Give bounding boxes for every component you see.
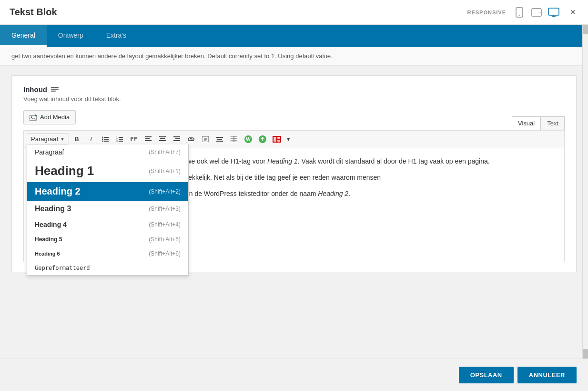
cancel-button[interactable]: ANNULEER	[517, 367, 577, 383]
content-text-1b: . Vaak wordt dit standaard al door de H1…	[298, 157, 490, 165]
dropdown-label-h3: Heading 3	[35, 205, 71, 213]
svg-rect-37	[216, 141, 223, 142]
align-right-button[interactable]	[170, 133, 183, 146]
more-options-button[interactable]	[213, 133, 226, 146]
content-text-3b: .	[348, 190, 350, 197]
svg-rect-5	[51, 87, 59, 88]
table-button[interactable]	[227, 133, 241, 146]
dropdown-label-h4: Heading 4	[35, 221, 67, 228]
dropdown-label-h5: Heading 5	[35, 236, 62, 243]
save-button[interactable]: OPSLAAN	[459, 367, 514, 383]
scrollbar-thumb-top	[583, 25, 588, 34]
device-icons	[514, 7, 559, 18]
dropdown-label-pre: Gepreformatteerd	[35, 265, 90, 271]
link-button[interactable]	[184, 133, 198, 146]
dropdown-item-paragraph[interactable]: Paragraaf (Shift+Alt+7)	[27, 144, 188, 160]
layout-button[interactable]	[270, 133, 284, 146]
dropdown-shortcut-h4: (Shift+Alt+4)	[149, 221, 181, 228]
dropdown-shortcut-h2: (Shift+Alt+2)	[149, 188, 181, 195]
desktop-icon[interactable]	[548, 7, 559, 18]
tab-visual[interactable]: Visual	[512, 116, 541, 130]
content-italic-1: Heading 1	[267, 157, 298, 165]
svg-point-10	[102, 136, 103, 138]
inhoud-section: Inhoud Voeg wat inhoud voor dit tekst bl…	[11, 75, 577, 272]
modal-container: Tekst Blok RESPONSIVE	[0, 0, 588, 391]
svg-point-3	[540, 12, 541, 13]
add-media-button[interactable]: Add Media	[23, 110, 76, 124]
svg-rect-26	[159, 136, 166, 137]
content-italic-3: Heading 2	[318, 190, 348, 197]
ul-button[interactable]	[99, 133, 112, 146]
format-select[interactable]: Paragraaf ▼	[27, 134, 69, 144]
add-media-icon	[30, 113, 37, 121]
svg-rect-35	[216, 137, 223, 138]
svg-rect-13	[104, 139, 109, 140]
wp-plugin-button-2[interactable]	[256, 133, 269, 146]
svg-rect-36	[217, 139, 222, 140]
tab-extras[interactable]: Extra's	[95, 25, 138, 47]
ol-button[interactable]: 1.2.3.	[113, 133, 126, 146]
dropdown-item-h1[interactable]: Heading 1 (Shift+Alt+1)	[27, 160, 188, 182]
responsive-label: RESPONSIVE	[467, 10, 506, 15]
editor-header: Add Media Visual Text	[23, 110, 565, 130]
scroll-notice-text: get two aanbevolen en kunnen andere de l…	[11, 52, 333, 60]
svg-point-14	[102, 140, 103, 142]
header-right: RESPONSIVE	[467, 7, 578, 18]
tab-ontwerp[interactable]: Ontwerp	[47, 25, 95, 47]
svg-rect-24	[145, 140, 152, 141]
blockquote-button[interactable]	[127, 133, 141, 146]
section-title-row: Inhoud	[23, 85, 565, 93]
italic-button[interactable]: I	[84, 133, 98, 146]
view-tabs: Visual Text	[512, 116, 565, 130]
editor-toolbar: Paragraaf ▼ Paragraaf (Shift+Alt+7) Head…	[23, 130, 565, 148]
section-title: Inhoud	[23, 85, 47, 93]
dropdown-item-h6[interactable]: Heading 6 (Shift+Alt+6)	[27, 247, 188, 261]
align-left-button[interactable]	[142, 133, 155, 146]
svg-rect-11	[104, 137, 109, 138]
close-button[interactable]: ×	[567, 7, 578, 18]
dropdown-item-h3[interactable]: Heading 3 (Shift+Alt+3)	[27, 201, 188, 217]
bold-button[interactable]: B	[70, 133, 83, 146]
section-icon	[51, 85, 59, 93]
tab-text[interactable]: Text	[541, 116, 565, 130]
svg-text:W: W	[246, 137, 251, 142]
scrollbar[interactable]	[582, 25, 588, 359]
svg-rect-23	[145, 138, 150, 139]
add-media-label: Add Media	[40, 113, 70, 121]
svg-text:3.: 3.	[116, 140, 118, 142]
svg-rect-28	[159, 140, 166, 141]
wp-plugin-button-1[interactable]: W	[242, 133, 255, 146]
format-select-label: Paragraaf	[31, 135, 58, 143]
content-area: get two aanbevolen en kunnen andere de l…	[0, 47, 588, 359]
align-center-button[interactable]	[156, 133, 169, 146]
svg-rect-22	[145, 136, 152, 137]
dropdown-item-h2[interactable]: Heading 2 (Shift+Alt+2)	[27, 182, 188, 201]
dropdown-label-h1: Heading 1	[35, 164, 94, 178]
svg-rect-46	[274, 137, 276, 142]
dropdown-item-h4[interactable]: Heading 4 (Shift+Alt+4)	[27, 217, 188, 232]
dropdown-label-h2: Heading 2	[35, 186, 81, 197]
dropdown-item-h5[interactable]: Heading 5 (Shift+Alt+5)	[27, 232, 188, 247]
svg-rect-47	[277, 137, 280, 139]
mobile-icon[interactable]	[514, 7, 525, 18]
svg-point-12	[102, 138, 103, 140]
svg-rect-17	[119, 137, 123, 138]
svg-rect-15	[104, 141, 109, 142]
svg-rect-4	[548, 8, 559, 15]
svg-rect-48	[277, 140, 280, 142]
section-description: Voeg wat inhoud voor dit tekst blok.	[23, 95, 565, 103]
layout-dropdown-button[interactable]: ▾	[284, 133, 292, 146]
svg-rect-27	[160, 138, 165, 139]
format-dropdown: Paragraaf (Shift+Alt+7) Heading 1 (Shift…	[27, 144, 189, 276]
dropdown-shortcut-h3: (Shift+Alt+3)	[149, 206, 181, 212]
dropdown-label-h6: Heading 6	[35, 251, 60, 257]
dropdown-item-pre[interactable]: Gepreformatteerd	[27, 261, 188, 275]
tablet-icon[interactable]	[531, 7, 542, 18]
scrollbar-thumb-bottom	[583, 349, 588, 359]
insert-button[interactable]	[199, 133, 212, 146]
svg-rect-31	[175, 138, 180, 139]
format-select-wrapper: Paragraaf ▼ Paragraaf (Shift+Alt+7) Head…	[27, 134, 69, 144]
svg-point-1	[519, 15, 520, 16]
modal-title: Tekst Blok	[10, 7, 57, 18]
tab-general[interactable]: General	[0, 25, 47, 47]
